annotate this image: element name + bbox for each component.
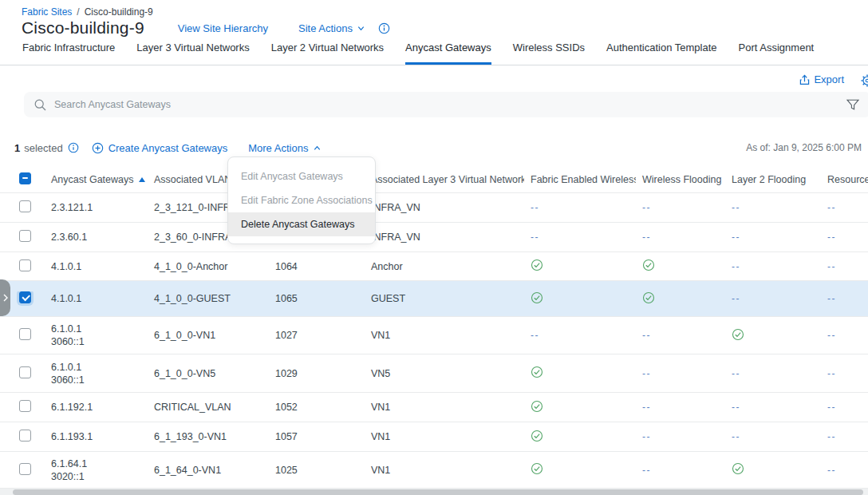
row-checkbox[interactable] xyxy=(19,430,31,442)
column-header-fabric-enabled-wireless[interactable]: Fabric Enabled Wireless xyxy=(524,174,636,185)
more-actions-button[interactable]: More Actions xyxy=(248,142,322,154)
cell-wireless-flooding: -- xyxy=(636,402,725,413)
cell-associated-vlan: 4_1_0_0-GUEST xyxy=(148,293,269,304)
cell-wireless-flooding: -- xyxy=(636,465,725,476)
horizontal-scrollbar-track[interactable] xyxy=(0,489,868,495)
not-applicable-dash: -- xyxy=(642,202,651,213)
row-checkbox[interactable] xyxy=(19,463,31,475)
table-row[interactable]: 4.1.0.1 4_1_0_0-GUEST 1065 GUEST -- -- xyxy=(0,281,868,317)
cell-layer2-flooding: -- xyxy=(725,402,821,413)
cell-associated-layer3-vn: VN5 xyxy=(365,368,524,379)
not-applicable-dash: -- xyxy=(732,431,740,442)
column-label: Wireless Flooding xyxy=(642,174,721,185)
column-header-anycast-gateways[interactable]: Anycast Gateways xyxy=(45,174,148,185)
not-applicable-dash: -- xyxy=(732,232,740,243)
table-row[interactable]: 4.1.0.1 4_1_0_0-Anchor 1064 Anchor -- -- xyxy=(0,252,868,281)
check-circle-icon xyxy=(531,366,543,378)
row-checkbox[interactable] xyxy=(19,366,31,378)
check-circle-icon xyxy=(531,430,543,442)
column-header-wireless-flooding[interactable]: Wireless Flooding xyxy=(636,174,725,185)
cell-fabric-enabled-wireless xyxy=(524,462,636,477)
cell-associated-vlan: 6_1_0_0-VN5 xyxy=(148,368,269,379)
row-checkbox[interactable] xyxy=(19,328,31,340)
cell-associated-layer3-vn: Anchor xyxy=(365,261,524,272)
search-input[interactable] xyxy=(54,99,692,110)
cell-resource: -- xyxy=(821,261,868,272)
not-applicable-dash: -- xyxy=(732,402,740,413)
view-site-hierarchy-link[interactable]: View Site Hierarchy xyxy=(178,22,268,34)
not-applicable-dash: -- xyxy=(732,368,740,379)
check-circle-icon xyxy=(531,462,543,475)
breadcrumb-link-fabric-sites[interactable]: Fabric Sites xyxy=(22,6,72,18)
tab-layer3-virtual-networks[interactable]: Layer 3 Virtual Networks xyxy=(136,42,249,65)
cell-resource: -- xyxy=(821,202,868,213)
not-applicable-dash: -- xyxy=(732,202,740,213)
create-anycast-gateways-button[interactable]: Create Anycast Gateways xyxy=(92,142,228,154)
tab-port-assignment[interactable]: Port Assignment xyxy=(739,42,815,65)
column-header-resource[interactable]: Resource xyxy=(821,174,868,185)
cell-resource: -- xyxy=(821,232,868,243)
cell-fabric-enabled-wireless xyxy=(524,400,636,415)
row-checkbox[interactable] xyxy=(19,400,31,412)
menu-item-edit-anycast-gateways[interactable]: Edit Anycast Gateways xyxy=(228,164,375,188)
tab-wireless-ssids[interactable]: Wireless SSIDs xyxy=(513,42,585,65)
table-body: 2.3.121.1 2_3_121_0-INFR INFRA_VN -- -- … xyxy=(0,193,868,489)
gear-icon[interactable] xyxy=(861,74,868,87)
filter-icon[interactable] xyxy=(846,97,860,112)
cell-vlan-id: 1025 xyxy=(269,465,365,476)
row-checkbox[interactable] xyxy=(19,200,31,212)
horizontal-scrollbar-thumb[interactable] xyxy=(13,489,863,495)
breadcrumb-separator: / xyxy=(77,6,79,18)
cell-wireless-flooding xyxy=(636,291,725,307)
row-checkbox-checked[interactable] xyxy=(19,291,31,303)
cell-vlan-id: 1027 xyxy=(269,330,365,341)
cell-anycast-gateway: 6.1.0.13060::1 xyxy=(45,323,148,348)
site-info-icon[interactable] xyxy=(378,22,390,34)
check-circle-icon xyxy=(531,291,543,304)
cell-associated-layer3-vn: VN1 xyxy=(365,431,524,442)
not-applicable-dash: -- xyxy=(827,368,836,379)
cell-layer2-flooding: -- xyxy=(725,431,821,442)
table-row[interactable]: 6.1.64.13020::1 6_1_64_0-VN1 1025 VN1 --… xyxy=(0,452,868,489)
cell-associated-vlan: CRITICAL_VLAN xyxy=(148,402,269,413)
selected-count: 1 xyxy=(14,142,20,154)
tab-anycast-gateways[interactable]: Anycast Gateways xyxy=(405,42,491,65)
select-all-checkbox[interactable] xyxy=(19,172,31,184)
column-header-layer2-flooding[interactable]: Layer 2 Flooding xyxy=(725,174,821,185)
not-applicable-dash: -- xyxy=(531,330,539,341)
tab-layer2-virtual-networks[interactable]: Layer 2 Virtual Networks xyxy=(271,42,384,65)
row-checkbox[interactable] xyxy=(19,230,31,242)
not-applicable-dash: -- xyxy=(827,402,836,413)
create-anycast-gateways-label: Create Anycast Gateways xyxy=(108,142,228,154)
more-actions-label: More Actions xyxy=(248,142,308,154)
cell-associated-layer3-vn: GUEST xyxy=(365,293,524,304)
column-header-associated-layer3-vn[interactable]: Associated Layer 3 Virtual Network xyxy=(365,174,524,185)
not-applicable-dash: -- xyxy=(642,431,651,442)
table-row[interactable]: 6.1.192.1 CRITICAL_VLAN 1052 VN1 -- -- -… xyxy=(0,393,868,422)
tab-authentication-template[interactable]: Authentication Template xyxy=(606,42,717,65)
table-row[interactable]: 6.1.0.13060::1 6_1_0_0-VN1 1027 VN1 -- -… xyxy=(0,317,868,354)
site-actions-dropdown[interactable]: Site Actions xyxy=(298,22,365,34)
chevron-down-icon xyxy=(357,24,365,33)
not-applicable-dash: -- xyxy=(827,431,836,442)
cell-associated-layer3-vn: VN1 xyxy=(365,330,524,341)
not-applicable-dash: -- xyxy=(827,261,836,272)
cell-associated-vlan: 6_1_193_0-VN1 xyxy=(148,431,269,442)
table-row[interactable]: 6.1.193.1 6_1_193_0-VN1 1057 VN1 -- -- -… xyxy=(0,422,868,452)
table-row[interactable]: 6.1.0.13060::1 6_1_0_0-VN5 1029 VN5 -- -… xyxy=(0,354,868,393)
menu-item-edit-fabric-zone-associations[interactable]: Edit Fabric Zone Associations xyxy=(228,188,375,212)
as-of-timestamp: As of: Jan 9, 2025 6:00 PM xyxy=(746,142,862,153)
menu-item-delete-anycast-gateways[interactable]: Delete Anycast Gateways xyxy=(228,212,375,236)
selection-info-icon[interactable] xyxy=(68,142,79,153)
column-label: Layer 2 Flooding xyxy=(732,174,806,185)
side-panel-handle[interactable] xyxy=(0,279,10,316)
cell-vlan-id: 1052 xyxy=(269,402,365,413)
row-checkbox[interactable] xyxy=(19,259,31,271)
table-row[interactable]: 2.3.121.1 2_3_121_0-INFR INFRA_VN -- -- … xyxy=(0,193,868,223)
page-title: Cisco-building-9 xyxy=(22,18,144,38)
cell-layer2-flooding xyxy=(725,462,821,477)
check-circle-icon xyxy=(531,400,543,413)
tab-fabric-infrastructure[interactable]: Fabric Infrastructure xyxy=(22,42,115,65)
table-row[interactable]: 2.3.60.1 2_3_60_0-INFRA INFRA_VN -- -- -… xyxy=(0,223,868,252)
export-button[interactable]: Export xyxy=(799,73,844,85)
